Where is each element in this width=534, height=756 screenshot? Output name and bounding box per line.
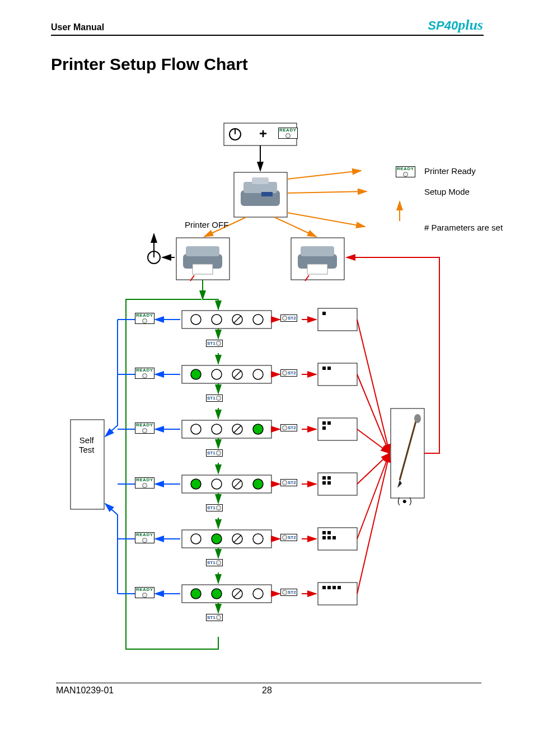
ready-badge-icon: READY bbox=[135, 313, 154, 324]
setup-mode-label: Setup Mode bbox=[424, 187, 470, 196]
svg-rect-77 bbox=[327, 421, 331, 425]
flow-chart bbox=[56, 112, 481, 672]
svg-rect-71 bbox=[322, 312, 326, 315]
svg-rect-30 bbox=[71, 420, 104, 509]
header-rule bbox=[51, 35, 484, 36]
plus-icon: + bbox=[259, 126, 267, 142]
st2-badge-icon: ST2 bbox=[280, 534, 297, 541]
svg-rect-22 bbox=[307, 264, 327, 274]
st1-badge-icon: ST1 bbox=[206, 504, 223, 511]
svg-line-14 bbox=[274, 217, 316, 237]
self-test-label: SelfTest bbox=[79, 435, 95, 454]
svg-point-32 bbox=[414, 414, 421, 423]
svg-point-59 bbox=[212, 534, 222, 544]
svg-rect-76 bbox=[322, 421, 326, 425]
svg-rect-86 bbox=[327, 531, 331, 534]
svg-rect-74 bbox=[327, 367, 331, 370]
svg-point-46 bbox=[191, 424, 201, 434]
ready-badge-icon: READY bbox=[135, 368, 154, 379]
svg-rect-83 bbox=[327, 481, 331, 485]
svg-point-44 bbox=[253, 369, 263, 379]
svg-rect-8 bbox=[261, 192, 273, 196]
svg-rect-21 bbox=[301, 246, 334, 256]
st1-badge-icon: ST1 bbox=[206, 614, 223, 621]
ready-badge-icon: READY bbox=[135, 477, 154, 489]
svg-point-50 bbox=[253, 424, 263, 434]
svg-point-47 bbox=[212, 424, 222, 434]
svg-rect-78 bbox=[322, 426, 326, 430]
svg-rect-69 bbox=[318, 308, 357, 605]
svg-rect-93 bbox=[332, 586, 336, 589]
st2-badge-icon: ST2 bbox=[280, 589, 297, 596]
st2-badge-icon: ST2 bbox=[280, 369, 297, 377]
svg-rect-91 bbox=[322, 586, 326, 589]
svg-rect-88 bbox=[327, 536, 331, 539]
svg-point-68 bbox=[253, 589, 263, 599]
footer-page: 28 bbox=[0, 685, 534, 696]
svg-rect-82 bbox=[322, 481, 326, 485]
ready-badge-icon: READY bbox=[278, 128, 298, 139]
ready-badge-icon: READY bbox=[135, 422, 154, 434]
svg-point-34 bbox=[191, 314, 201, 325]
svg-rect-73 bbox=[322, 367, 326, 370]
svg-point-40 bbox=[191, 369, 201, 379]
printer-off-label: Printer OFF bbox=[185, 220, 228, 229]
ready-badge-icon: READY bbox=[135, 587, 154, 598]
svg-rect-81 bbox=[327, 476, 331, 480]
svg-line-134 bbox=[357, 453, 390, 594]
svg-rect-7 bbox=[252, 177, 269, 184]
st2-badge-icon: ST2 bbox=[280, 479, 297, 486]
footer-rule bbox=[56, 683, 481, 683]
st1-badge-icon: ST1 bbox=[206, 559, 223, 566]
svg-point-35 bbox=[212, 314, 222, 325]
svg-point-64 bbox=[191, 589, 201, 599]
svg-point-58 bbox=[191, 534, 201, 544]
svg-line-10 bbox=[287, 191, 367, 193]
header-left: User Manual bbox=[51, 22, 104, 32]
page-title: Printer Setup Flow Chart bbox=[51, 55, 248, 74]
params-set-label: # Parameters are set bbox=[424, 223, 503, 232]
st1-badge-icon: ST1 bbox=[206, 449, 223, 457]
svg-point-38 bbox=[253, 314, 263, 325]
svg-rect-85 bbox=[322, 531, 326, 534]
ready-badge-icon: READY bbox=[396, 166, 415, 177]
svg-point-52 bbox=[191, 479, 201, 489]
st2-badge-icon: ST2 bbox=[280, 314, 297, 322]
st2-badge-icon: ST2 bbox=[280, 424, 297, 431]
svg-point-62 bbox=[253, 534, 263, 544]
svg-line-120 bbox=[357, 453, 390, 484]
svg-rect-92 bbox=[327, 586, 331, 589]
product-logo: SP40plus bbox=[428, 17, 483, 34]
st1-badge-icon: ST1 bbox=[206, 395, 223, 402]
svg-rect-80 bbox=[322, 476, 326, 480]
svg-line-9 bbox=[287, 171, 361, 179]
svg-line-127 bbox=[357, 453, 390, 539]
ready-badge-icon: READY bbox=[135, 532, 154, 543]
svg-rect-94 bbox=[338, 586, 341, 589]
svg-point-53 bbox=[212, 479, 222, 489]
pen-caption: ( ● ) bbox=[397, 496, 412, 505]
printer-ready-label: Printer Ready bbox=[424, 166, 476, 176]
st1-badge-icon: ST1 bbox=[206, 340, 223, 347]
svg-point-41 bbox=[212, 369, 222, 379]
svg-rect-17 bbox=[186, 246, 219, 256]
svg-rect-89 bbox=[332, 536, 336, 539]
svg-line-12 bbox=[287, 213, 365, 227]
svg-rect-18 bbox=[193, 264, 213, 274]
svg-rect-87 bbox=[322, 536, 326, 539]
svg-point-65 bbox=[212, 589, 222, 599]
svg-point-56 bbox=[253, 479, 263, 489]
